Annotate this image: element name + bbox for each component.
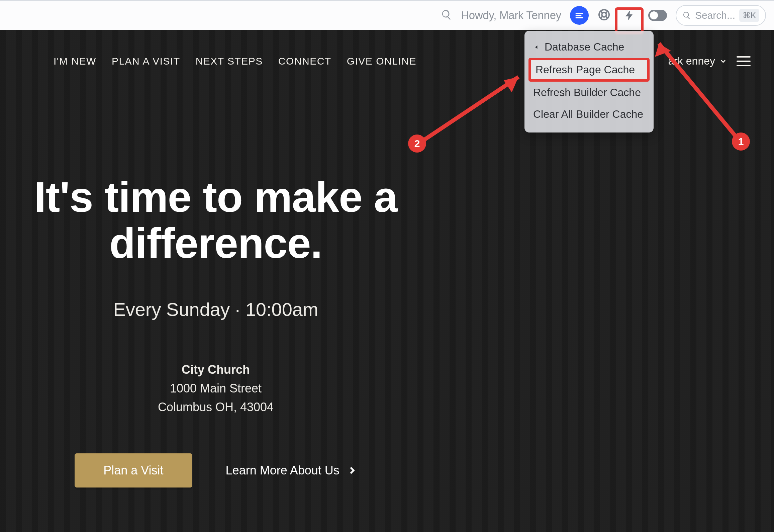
hero-copy: It's time to make a difference. Every Su…: [0, 174, 431, 487]
chevron-right-icon: [347, 465, 357, 475]
svg-line-4: [601, 16, 602, 18]
hero-headline: It's time to make a difference.: [0, 174, 431, 266]
nav-item-give-online[interactable]: GIVE ONLINE: [347, 56, 416, 67]
hero-section: I'M NEW PLAN A VISIT NEXT STEPS CONNECT …: [0, 30, 774, 532]
learn-more-link[interactable]: Learn More About Us: [226, 463, 357, 477]
hero-address: City Church 1000 Main Street Columbus OH…: [0, 360, 431, 416]
dropdown-item-refresh-page-cache[interactable]: Refresh Page Cache: [528, 58, 650, 82]
nav-item-connect[interactable]: CONNECT: [278, 56, 331, 67]
learn-more-label: Learn More About Us: [226, 463, 340, 477]
site-nav: I'M NEW PLAN A VISIT NEXT STEPS CONNECT …: [0, 55, 774, 67]
cache-dropdown: Database Cache Refresh Page Cache Refres…: [524, 31, 654, 132]
howdy-text[interactable]: Howdy, Mark Tenney: [461, 9, 561, 22]
dark-mode-toggle[interactable]: [648, 10, 667, 21]
search-icon[interactable]: [441, 9, 452, 22]
site-user-name-partial: ark enney: [668, 55, 715, 67]
caret-left-icon: [533, 44, 540, 51]
nav-item-im-new[interactable]: I'M NEW: [54, 56, 96, 67]
hero-subhead: Every Sunday · 10:00am: [0, 298, 431, 320]
hamburger-icon[interactable]: [737, 56, 751, 66]
nav-item-plan-visit[interactable]: PLAN A VISIT: [112, 56, 180, 67]
annotation-badge-1: 1: [732, 132, 750, 151]
nav-item-next-steps[interactable]: NEXT STEPS: [196, 56, 263, 67]
svg-line-3: [606, 11, 607, 13]
svg-point-0: [599, 10, 609, 20]
dropdown-back[interactable]: Database Cache: [528, 36, 650, 58]
church-name: City Church: [0, 360, 431, 379]
dropdown-back-label: Database Cache: [545, 41, 624, 53]
dropdown-item-label: Refresh Builder Cache: [533, 86, 641, 99]
kbd-shortcut: ⌘K: [739, 9, 759, 22]
plan-visit-button[interactable]: Plan a Visit: [75, 453, 192, 487]
annotation-highlight-cache: [615, 7, 644, 34]
dropdown-item-label: Refresh Page Cache: [536, 64, 635, 76]
church-addr1: 1000 Main Street: [0, 379, 431, 398]
church-addr2: Columbus OH, 43004: [0, 398, 431, 417]
brand-pill-icon[interactable]: [570, 6, 589, 25]
cache-lightning-icon[interactable]: [619, 5, 640, 25]
admin-search-placeholder: Search...: [695, 10, 735, 21]
site-user-menu[interactable]: ark enney: [668, 55, 727, 67]
admin-search-box[interactable]: Search... ⌘K: [676, 5, 766, 26]
svg-line-5: [606, 16, 607, 18]
help-icon[interactable]: [597, 8, 611, 23]
svg-point-1: [602, 12, 606, 17]
svg-line-2: [601, 11, 602, 13]
chevron-down-icon: [719, 57, 727, 65]
dropdown-item-clear-all-builder-cache[interactable]: Clear All Builder Cache: [528, 103, 650, 125]
dropdown-item-label: Clear All Builder Cache: [533, 108, 643, 120]
dropdown-item-refresh-builder-cache[interactable]: Refresh Builder Cache: [528, 82, 650, 103]
annotation-badge-2: 2: [408, 135, 426, 153]
wp-admin-bar: Howdy, Mark Tenney Search... ⌘K: [0, 0, 774, 30]
